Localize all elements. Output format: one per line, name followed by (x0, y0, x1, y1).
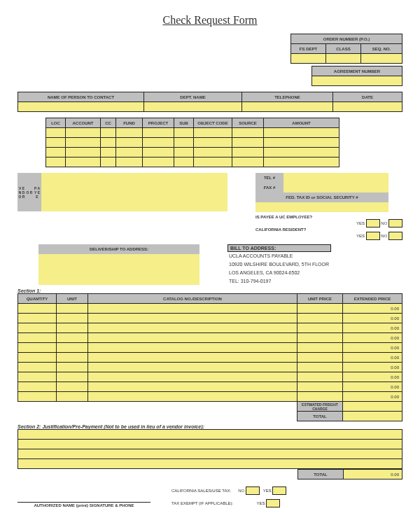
project-hdr: PROJECT (143, 118, 174, 128)
contact-dept-input[interactable] (144, 102, 242, 112)
billto-l2: 10920 WILSHIRE BOULEVARD, 5TH FLOOR (229, 260, 402, 269)
just-line[interactable] (18, 430, 402, 440)
contact-numbers: TEL # FAX # FED. TAX ID or SOCIAL SECURI… (255, 173, 388, 212)
order-number-box: ORDER NUMBER (P.O.) FS DEPT CLASS SEQ. N… (290, 34, 402, 64)
billto-l4: TEL: 310-794-0197 (229, 277, 402, 286)
emp-no-check[interactable] (388, 219, 402, 227)
justification-box (18, 429, 402, 469)
unit-hdr: UNIT (57, 294, 88, 304)
contact-tel-input[interactable] (242, 102, 333, 112)
sec2-total-hdr: TOTAL (298, 470, 344, 479)
uprice-hdr: UNIT PRICE (298, 294, 343, 304)
deliver-box: DELIVER/SHIP TO ADDRESS: (38, 244, 200, 285)
tax-no-check[interactable] (246, 486, 260, 495)
account-hdr: ACCOUNT (66, 118, 101, 128)
vendor-box: V E N D O R O R P A Y E E (18, 173, 227, 211)
vendor-line[interactable] (41, 173, 227, 181)
item-row[interactable] (18, 304, 57, 314)
payee-label: P A Y E E (33, 173, 41, 211)
or-label: O R (26, 173, 33, 211)
signature-label: AUTHORIZED NAME (print) SIGNATURE & PHON… (18, 503, 150, 507)
billto-hdr: BILL TO ADDRESS: (227, 244, 331, 252)
billto-l3: LOS ANGELES, CA 90024-6502 (229, 269, 402, 277)
freight-input[interactable] (343, 402, 402, 412)
tel-input[interactable] (284, 173, 388, 183)
catalog-hdr: CATALOG NO./DESCRIPTION (88, 294, 298, 304)
class-hdr: CLASS (326, 44, 361, 54)
deliver-line[interactable] (38, 254, 200, 262)
billto-l1: UCLA ACCOUNTS PAYABLE (229, 252, 402, 260)
source-hdr: SOURCE (232, 118, 264, 128)
contact-date-input[interactable] (333, 102, 402, 112)
amount-hdr: AMOUNT (264, 118, 340, 128)
yes-label: YES (356, 221, 365, 225)
fed-hdr: FED. TAX ID or SOCIAL SECURITY # (255, 192, 388, 202)
contact-tel-hdr: TELEPHONE (242, 92, 333, 102)
signature-line[interactable] (18, 502, 150, 503)
exempt-yes-check[interactable] (266, 499, 280, 507)
agreement-box: AGREEMENT NUMBER (312, 66, 402, 86)
contact-date-hdr: DATE (333, 92, 402, 102)
total-hdr: TOTAL (298, 412, 343, 421)
freight-hdr: ESTIMATED FREIGHT CHARGE (298, 402, 343, 412)
seqno-input[interactable] (361, 54, 402, 64)
acct-cell[interactable] (46, 128, 66, 138)
total-input[interactable] (343, 412, 402, 421)
page-title: Check Request Form (18, 14, 402, 27)
fax-input[interactable] (284, 183, 388, 192)
account-table: LOC ACCOUNT CC FUND PROJECT SUB OBJECT C… (46, 118, 340, 167)
cal-no-check[interactable] (388, 232, 402, 240)
object-hdr: OBJECT CODE (194, 118, 232, 128)
deliver-hdr: DELIVER/SHIP TO ADDRESS: (38, 244, 200, 254)
fsdept-hdr: FS DEPT (291, 44, 326, 54)
tel-hdr: TEL # (255, 173, 284, 183)
cc-hdr: CC (101, 118, 116, 128)
section1-label: Section 1: (18, 288, 402, 293)
contact-table: NAME OF PERSON TO CONTACT DEPT. NAME TEL… (18, 92, 402, 112)
items-table: QUANTITY UNIT CATALOG NO./DESCRIPTION UN… (18, 293, 402, 421)
loc-hdr: LOC (46, 118, 66, 128)
ext-price: 0.00 (343, 304, 402, 314)
fax-hdr: FAX # (255, 183, 284, 192)
contact-dept-hdr: DEPT. NAME (144, 92, 242, 102)
vendor-label: V E N D O R (18, 173, 26, 211)
sec2-total: TOTAL0.00 (298, 469, 402, 479)
qty-hdr: QUANTITY (18, 294, 57, 304)
section2-label: Section 2: Justification/Pre-Payment (No… (18, 424, 402, 429)
agreement-hdr: AGREEMENT NUMBER (312, 66, 402, 76)
emp-yes-check[interactable] (366, 219, 380, 227)
sec2-total-val: 0.00 (344, 470, 402, 479)
contact-name-input[interactable] (18, 102, 144, 112)
class-input[interactable] (326, 54, 361, 64)
no-label: NO (381, 221, 387, 225)
contact-name-hdr: NAME OF PERSON TO CONTACT (18, 92, 144, 102)
exempt-label: TAX EXEMPT (IF APPLICABLE): (172, 501, 233, 505)
cal-yes-check[interactable] (366, 232, 380, 240)
tax-label: CALIFORNIA SALES/USE TAX: (172, 489, 231, 493)
eprice-hdr: EXTENDED PRICE (343, 294, 402, 304)
agreement-input[interactable] (312, 76, 402, 86)
seqno-hdr: SEQ. NO. (361, 44, 402, 54)
order-header: ORDER NUMBER (P.O.) (291, 34, 402, 44)
sub-hdr: SUB (174, 118, 194, 128)
fund-hdr: FUND (116, 118, 143, 128)
fed-input[interactable] (255, 202, 388, 212)
fsdept-input[interactable] (291, 54, 326, 64)
tax-yes-check[interactable] (272, 486, 286, 495)
